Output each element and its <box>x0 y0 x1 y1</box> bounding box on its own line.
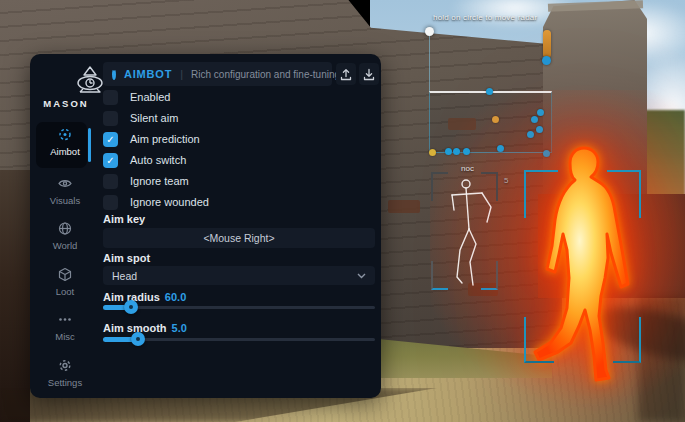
radar-blue-dot <box>453 148 460 155</box>
aim-key-label: Aim key <box>103 213 145 225</box>
checkbox-silent-aim[interactable]: ✓ Silent aim <box>103 110 178 126</box>
sidebar-item-visuals[interactable]: Visuals <box>36 176 94 206</box>
aim-key-bind-button[interactable]: <Mouse Right> <box>103 228 375 248</box>
checkbox-auto-switch[interactable]: ✓ Auto switch <box>103 152 186 168</box>
checkbox-ignore-team[interactable]: ✓ Ignore team <box>103 173 189 189</box>
radar-hint-text: hold on circle to move radar <box>433 13 537 22</box>
chevron-down-icon <box>357 273 366 279</box>
radar-drag-handle[interactable] <box>425 27 434 36</box>
radar-blue-dot <box>537 109 544 116</box>
aim-smooth-slider[interactable] <box>103 332 375 346</box>
esp-corner <box>607 170 641 218</box>
gear-icon <box>36 358 94 374</box>
cube-icon <box>36 267 94 283</box>
spinner-icon <box>112 69 116 80</box>
slider-track[interactable] <box>103 306 375 309</box>
crosshair-icon <box>36 127 94 143</box>
checkbox-icon: ✓ <box>103 90 118 105</box>
radar-blue-dot <box>486 88 493 95</box>
sidebar-item-loot[interactable]: Loot <box>36 267 94 297</box>
checkbox-aim-prediction[interactable]: ✓ Aim prediction <box>103 131 200 147</box>
enemy-marker-dot <box>542 56 551 65</box>
checkbox-icon: ✓ <box>103 174 118 189</box>
cheat-menu-panel: MASON Aimbot Visuals World Loot <box>30 54 381 398</box>
slider-thumb[interactable] <box>131 332 145 346</box>
skeleton-esp: noc 5 <box>429 163 511 293</box>
radar-blue-dot <box>445 148 452 155</box>
import-config-button[interactable] <box>359 63 379 85</box>
rust-game-screen: { "brand": { "name": "MASON" }, "sidebar… <box>0 0 685 422</box>
upload-icon <box>340 68 352 81</box>
radar-orange-dot <box>492 116 499 123</box>
checkbox-ignore-wounded[interactable]: ✓ Ignore wounded <box>103 194 209 210</box>
section-header: AIMBOT | Rich configuration and fine-tun… <box>103 62 332 86</box>
player-esp-box <box>524 170 641 363</box>
mason-logo-icon <box>73 66 107 96</box>
section-subtitle: Rich configuration and fine-tuning <box>191 69 340 80</box>
sidebar-item-settings[interactable]: Settings <box>36 358 94 388</box>
brand-name: MASON <box>30 98 102 109</box>
radar-blue-dot <box>531 116 538 123</box>
aim-spot-select[interactable]: Head <box>103 266 375 285</box>
radar-blue-dot <box>497 145 504 152</box>
radar-yellow-dot <box>429 149 436 156</box>
esp-corner <box>613 317 641 363</box>
checkbox-icon: ✓ <box>103 111 118 126</box>
checkbox-enabled[interactable]: ✓ Enabled <box>103 89 170 105</box>
brick-patch <box>388 200 420 213</box>
checkbox-icon: ✓ <box>103 195 118 210</box>
aim-spot-value: Head <box>112 270 137 282</box>
eye-icon <box>36 176 94 192</box>
checkbox-icon: ✓ <box>103 153 118 168</box>
header-divider: | <box>180 68 183 80</box>
aim-radius-slider[interactable] <box>103 300 375 314</box>
esp-corner <box>524 170 558 218</box>
sidebar-item-world[interactable]: World <box>36 221 94 251</box>
esp-corner <box>524 317 554 363</box>
checkbox-icon: ✓ <box>103 132 118 147</box>
radar-handle-line <box>429 36 430 91</box>
sidebar-item-aimbot[interactable]: Aimbot <box>36 127 94 157</box>
export-config-button[interactable] <box>336 63 356 85</box>
section-title: AIMBOT <box>124 68 172 80</box>
download-icon <box>363 68 375 81</box>
sidebar-item-misc[interactable]: Misc <box>36 312 94 342</box>
enemy-marker-capsule <box>543 30 551 58</box>
dark-brick-edge <box>0 170 30 422</box>
slider-thumb[interactable] <box>124 300 138 314</box>
radar-blue-dot <box>536 126 543 133</box>
aim-spot-label: Aim spot <box>103 252 150 264</box>
radar-blue-dot <box>463 148 470 155</box>
ellipsis-icon <box>36 312 94 328</box>
globe-icon <box>36 221 94 237</box>
skeleton-bones <box>429 171 509 293</box>
